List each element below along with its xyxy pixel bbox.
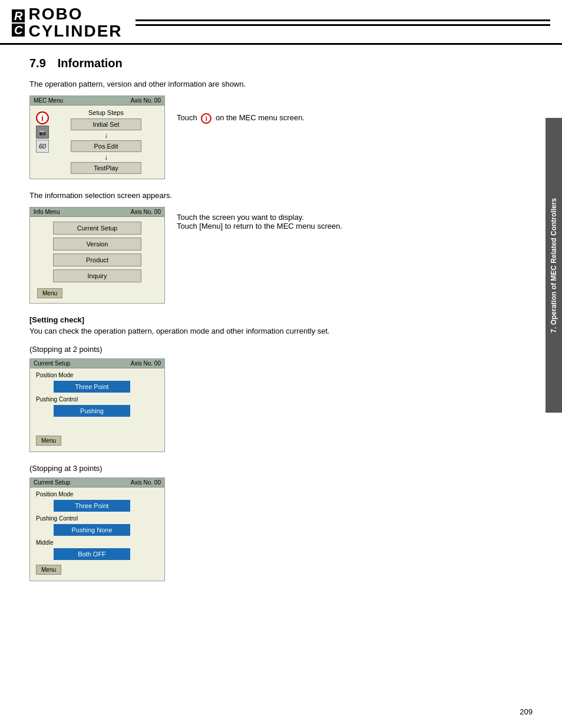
section-number: 7.9 xyxy=(29,57,46,70)
instruction-2-line1: Touch the screen you want to display. xyxy=(177,213,342,222)
num-icon-row: 60 xyxy=(36,140,49,153)
header-line-bottom xyxy=(135,24,550,26)
mec-header-title: MEC Menu xyxy=(34,97,63,104)
mec-header-axis: Axis No. 00 xyxy=(131,97,161,104)
stopping-3-header: Current Setup Axis No. 00 xyxy=(30,478,164,487)
stopping-3-body: Position Mode Three Point Pushing Contro… xyxy=(30,487,164,581)
version-button[interactable]: Version xyxy=(53,238,141,251)
pushing-control-label-2: Pushing Control xyxy=(36,396,158,403)
position-mode-label-3: Position Mode xyxy=(36,491,158,498)
instruction-info-icon: i xyxy=(201,113,211,124)
info-header-axis: Axis No. 00 xyxy=(131,209,161,215)
stopping-2-header-title: Current Setup xyxy=(34,360,70,367)
initial-set-button[interactable]: Initial Set xyxy=(71,118,141,130)
stopping-3-title: (Stopping at 3 points) xyxy=(29,464,515,473)
mec-screen-body: i 📷 60 Setup Steps Initial Set ↓ Pos xyxy=(30,106,164,179)
section-title: 7.9 Information xyxy=(29,57,515,70)
logo-robo: ROBO xyxy=(28,6,122,22)
mec-screen-header: MEC Menu Axis No. 00 xyxy=(30,96,164,106)
stopping-3-screen: Current Setup Axis No. 00 Position Mode … xyxy=(29,477,165,581)
stopping-3-menu-row: Menu xyxy=(36,564,158,575)
info-menu-button[interactable]: Menu xyxy=(37,288,62,298)
first-row: MEC Menu Axis No. 00 i 📷 60 xyxy=(29,95,515,179)
stopping-2-title: (Stopping at 2 points) xyxy=(29,345,515,354)
pushing-control-label-3: Pushing Control xyxy=(36,515,158,522)
info-menu-screen: Info Menu Axis No. 00 Current Setup Vers… xyxy=(29,207,165,304)
camera-icon: 📷 xyxy=(36,126,49,139)
three-point-button-3[interactable]: Three Point xyxy=(54,500,130,512)
setting-check-desc: You can check the operation pattern, ope… xyxy=(29,327,515,335)
stopping-3-menu-button[interactable]: Menu xyxy=(36,565,61,575)
instruction-1: Touch i on the MEC menu screen. xyxy=(177,113,305,124)
stopping-2-header: Current Setup Axis No. 00 xyxy=(30,359,164,368)
logo-r: R xyxy=(12,9,25,22)
logo-cylinder: CYLINDER xyxy=(28,23,122,39)
mec-icons: i 📷 60 xyxy=(36,111,49,175)
middle-label-3: Middle xyxy=(36,539,158,546)
inquiry-button[interactable]: Inquiry xyxy=(53,269,141,282)
three-point-button-2[interactable]: Three Point xyxy=(54,381,130,393)
arrow-down-1: ↓ xyxy=(54,131,158,140)
page-header: R C ROBO CYLINDER xyxy=(0,0,562,45)
test-play-button[interactable]: TestPlay xyxy=(71,162,141,174)
sidebar-label: 7. Operation of MEC Related Controllers xyxy=(550,198,558,333)
product-button[interactable]: Product xyxy=(53,253,141,266)
right-sidebar: 7. Operation of MEC Related Controllers xyxy=(546,118,562,413)
section-name: Information xyxy=(58,57,123,70)
current-setup-button[interactable]: Current Setup xyxy=(53,222,141,235)
instruction-1-text2: on the MEC menu screen. xyxy=(216,113,305,122)
stopping-3-header-title: Current Setup xyxy=(34,479,70,486)
header-line-top xyxy=(135,19,550,21)
pushing-button-2[interactable]: Pushing xyxy=(54,405,130,417)
mec-menu-screen: MEC Menu Axis No. 00 i 📷 60 xyxy=(29,95,165,179)
info-screen-header: Info Menu Axis No. 00 xyxy=(30,207,164,217)
position-mode-label-2: Position Mode xyxy=(36,372,158,378)
arrow-down-2: ↓ xyxy=(54,153,158,162)
pos-edit-button[interactable]: Pos.Edit xyxy=(71,140,141,152)
section-description: The operation pattern, version and other… xyxy=(29,80,515,88)
setup-steps-label: Setup Steps xyxy=(54,109,158,116)
main-content: 7.9 Information The operation pattern, v… xyxy=(0,45,544,605)
info-screen-body: Current Setup Version Product Inquiry Me… xyxy=(30,217,164,303)
pushing-none-button-3[interactable]: Pushing None xyxy=(54,524,130,536)
logo-c: C xyxy=(12,24,25,37)
logo-rc-letters: R C xyxy=(12,9,25,37)
logo: R C ROBO CYLINDER xyxy=(12,6,123,39)
info-header-title: Info Menu xyxy=(34,209,59,215)
stopping-2-header-axis: Axis No. 00 xyxy=(131,360,161,367)
header-lines xyxy=(130,19,550,26)
stopping-3-header-axis: Axis No. 00 xyxy=(131,479,161,486)
second-row: Info Menu Axis No. 00 Current Setup Vers… xyxy=(29,207,515,304)
stopping-2-menu-button[interactable]: Menu xyxy=(36,436,61,446)
info-screen-description: The information selection screen appears… xyxy=(29,191,515,200)
instruction-2-line2: Touch [Menu] to return to the MEC menu s… xyxy=(177,222,342,230)
info-icon-row: i xyxy=(36,111,49,124)
info-icon: i xyxy=(36,111,49,124)
stopping-2-menu-row: Menu xyxy=(36,434,158,446)
stopping-2-section: (Stopping at 2 points) Current Setup Axi… xyxy=(29,345,515,452)
setting-check-title: [Setting check] xyxy=(29,315,515,324)
stopping-2-body: Position Mode Three Point Pushing Contro… xyxy=(30,368,164,452)
both-off-button-3[interactable]: Both OFF xyxy=(54,548,130,560)
num-icon: 60 xyxy=(36,140,49,153)
mec-menu-steps: Setup Steps Initial Set ↓ Pos.Edit ↓ Tes… xyxy=(54,109,158,175)
instruction-2: Touch the screen you want to display. To… xyxy=(177,213,342,230)
setting-check-section: [Setting check] You can check the operat… xyxy=(29,315,515,335)
logo-text: ROBO CYLINDER xyxy=(28,6,122,39)
page-number: 209 xyxy=(520,707,533,716)
stopping-3-section: (Stopping at 3 points) Current Setup Axi… xyxy=(29,464,515,581)
stopping-2-screen: Current Setup Axis No. 00 Position Mode … xyxy=(29,358,165,452)
instruction-1-text1: Touch xyxy=(177,113,197,122)
camera-icon-row: 📷 xyxy=(36,126,49,139)
